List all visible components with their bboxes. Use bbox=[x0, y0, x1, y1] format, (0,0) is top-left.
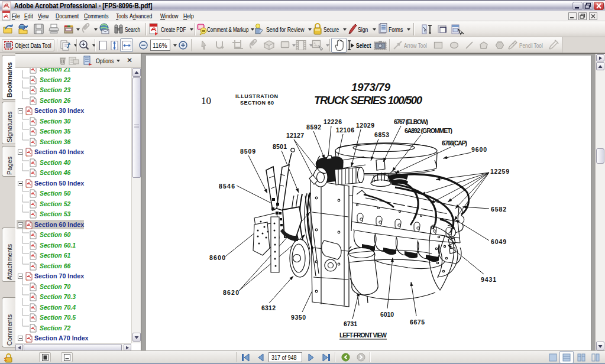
svg-text:12029: 12029 bbox=[356, 122, 374, 129]
svg-text:6731: 6731 bbox=[344, 320, 357, 327]
svg-text:9600: 9600 bbox=[471, 146, 487, 153]
svg-text:10: 10 bbox=[201, 95, 211, 106]
svg-text:8501: 8501 bbox=[273, 143, 287, 150]
svg-text:LEFT-FRONT VIEW: LEFT-FRONT VIEW bbox=[339, 332, 387, 339]
svg-text:12259: 12259 bbox=[490, 168, 509, 175]
svg-text:6312: 6312 bbox=[261, 304, 276, 311]
svg-text:12226: 12226 bbox=[323, 118, 342, 125]
svg-text:1973/79: 1973/79 bbox=[351, 81, 391, 93]
svg-text:8592: 8592 bbox=[306, 124, 321, 131]
svg-text:ILLUSTRATION: ILLUSTRATION bbox=[235, 93, 278, 99]
svg-text:8620: 8620 bbox=[223, 289, 239, 296]
svg-text:6010: 6010 bbox=[380, 311, 394, 318]
svg-text:6766(CAP): 6766(CAP) bbox=[442, 139, 467, 147]
svg-text:8509: 8509 bbox=[240, 148, 255, 155]
svg-text:SECTION 60: SECTION 60 bbox=[240, 100, 274, 106]
svg-text:9350: 9350 bbox=[291, 314, 306, 321]
svg-text:9431: 9431 bbox=[481, 276, 496, 283]
svg-text:6049: 6049 bbox=[491, 238, 506, 245]
svg-text:8546: 8546 bbox=[219, 183, 235, 190]
svg-text:12127: 12127 bbox=[286, 132, 304, 139]
svg-text:8600: 8600 bbox=[209, 254, 225, 261]
svg-text:6582: 6582 bbox=[491, 206, 506, 213]
svg-text:12106: 12106 bbox=[336, 126, 354, 134]
svg-text:TRUCK SERIES 100/500: TRUCK SERIES 100/500 bbox=[314, 94, 423, 106]
svg-text:6675: 6675 bbox=[410, 318, 425, 326]
svg-text:6A892 (GROMMET): 6A892 (GROMMET) bbox=[405, 127, 452, 134]
svg-text:6767 (ELBOW): 6767 (ELBOW) bbox=[394, 118, 428, 125]
svg-text:6853: 6853 bbox=[374, 131, 389, 138]
